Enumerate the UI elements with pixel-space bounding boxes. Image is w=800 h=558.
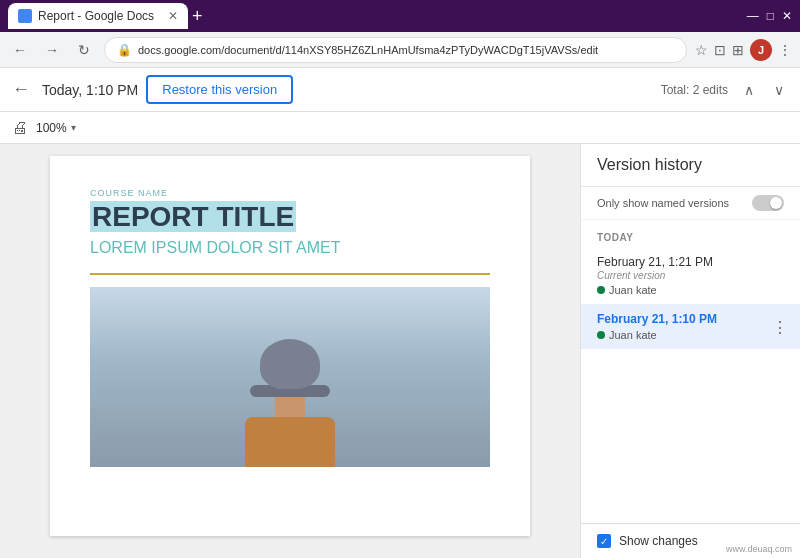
version-time-1: February 21, 1:21 PM (597, 255, 784, 269)
print-icon[interactable]: 🖨 (12, 119, 28, 137)
version-item-1[interactable]: February 21, 1:21 PM Current version Jua… (581, 247, 800, 304)
secondary-toolbar: 🖨 100% ▾ (0, 112, 800, 144)
named-versions-toggle[interactable] (752, 195, 784, 211)
version-list: TODAY February 21, 1:21 PM Current versi… (581, 220, 800, 523)
body-shape (245, 417, 335, 467)
version-user-1: Juan kate (597, 284, 784, 296)
today-section-label: TODAY (581, 228, 800, 247)
user-dot-2 (597, 331, 605, 339)
tab-bar: Report - Google Docs ✕ + (8, 3, 741, 29)
close-button[interactable]: ✕ (782, 9, 792, 23)
version-item-2[interactable]: February 21, 1:10 PM Juan kate ⋮ (581, 304, 800, 349)
sidebar-title: Version history (581, 144, 800, 187)
back-arrow-button[interactable]: ← (12, 79, 30, 100)
docs-toolbar: ← Today, 1:10 PM Restore this version To… (0, 68, 800, 112)
version-date-label: Today, 1:10 PM (42, 82, 138, 98)
tab-close-btn[interactable]: ✕ (168, 9, 178, 23)
minimize-button[interactable]: ― (747, 9, 759, 23)
lorem-text: LOREM IPSUM DOLOR SIT AMET (90, 239, 490, 257)
refresh-nav-button[interactable]: ↻ (72, 38, 96, 62)
course-name-label: COURSE NAME (90, 188, 490, 198)
doc-image (90, 287, 490, 467)
version-time-2: February 21, 1:10 PM (597, 312, 784, 326)
version-menu-button[interactable]: ⋮ (772, 317, 788, 336)
prev-edit-button[interactable]: ∧ (740, 80, 758, 100)
menu-icon[interactable]: ⋮ (778, 42, 792, 58)
address-icons: ☆ ⊡ ⊞ J ⋮ (695, 39, 792, 61)
address-bar: ← → ↻ 🔒 docs.google.com/document/d/114nX… (0, 32, 800, 68)
back-nav-button[interactable]: ← (8, 38, 32, 62)
maximize-button[interactable]: □ (767, 9, 774, 23)
user-name-1: Juan kate (609, 284, 657, 296)
lock-icon: 🔒 (117, 43, 132, 57)
named-versions-label: Only show named versions (597, 197, 752, 209)
main-layout: COURSE NAME REPORT TITLE LOREM IPSUM DOL… (0, 144, 800, 558)
zoom-dropdown-icon[interactable]: ▾ (71, 122, 76, 133)
show-changes-label: Show changes (619, 534, 698, 548)
neck-shape (275, 397, 305, 417)
version-history-sidebar: Version history Only show named versions… (580, 144, 800, 558)
url-text: docs.google.com/document/d/114nXSY85HZ6Z… (138, 44, 674, 56)
report-title: REPORT TITLE (90, 201, 296, 232)
doc-divider (90, 273, 490, 275)
url-bar[interactable]: 🔒 docs.google.com/document/d/114nXSY85HZ… (104, 37, 687, 63)
next-edit-button[interactable]: ∨ (770, 80, 788, 100)
named-versions-row: Only show named versions (581, 187, 800, 220)
document-paper: COURSE NAME REPORT TITLE LOREM IPSUM DOL… (50, 156, 530, 536)
version-user-2: Juan kate (597, 329, 784, 341)
user-dot-1 (597, 286, 605, 294)
forward-nav-button[interactable]: → (40, 38, 64, 62)
watermark: www.deuaq.com (726, 544, 792, 554)
show-changes-checkbox[interactable]: ✓ (597, 534, 611, 548)
total-edits-label: Total: 2 edits (661, 83, 728, 97)
tab-favicon (18, 9, 32, 23)
tab-title: Report - Google Docs (38, 9, 154, 23)
toggle-knob (770, 197, 782, 209)
bookmark-icon[interactable]: ☆ (695, 42, 708, 58)
restore-version-button[interactable]: Restore this version (146, 75, 293, 104)
zoom-level: 100% (36, 121, 67, 135)
person-figure (245, 339, 335, 467)
window-controls: ― □ ✕ (747, 9, 792, 23)
active-tab[interactable]: Report - Google Docs ✕ (8, 3, 188, 29)
version-subtitle-1: Current version (597, 270, 784, 281)
cast-icon[interactable]: ⊡ (714, 42, 726, 58)
apps-icon[interactable]: ⊞ (732, 42, 744, 58)
profile-avatar[interactable]: J (750, 39, 772, 61)
version-info: Today, 1:10 PM Restore this version (42, 75, 293, 104)
user-name-2: Juan kate (609, 329, 657, 341)
document-area: COURSE NAME REPORT TITLE LOREM IPSUM DOL… (0, 144, 580, 558)
new-tab-button[interactable]: + (192, 6, 203, 27)
hat-shape (260, 339, 320, 389)
browser-titlebar: Report - Google Docs ✕ + ― □ ✕ (0, 0, 800, 32)
checkmark-icon: ✓ (600, 536, 608, 547)
zoom-control[interactable]: 100% ▾ (36, 121, 76, 135)
